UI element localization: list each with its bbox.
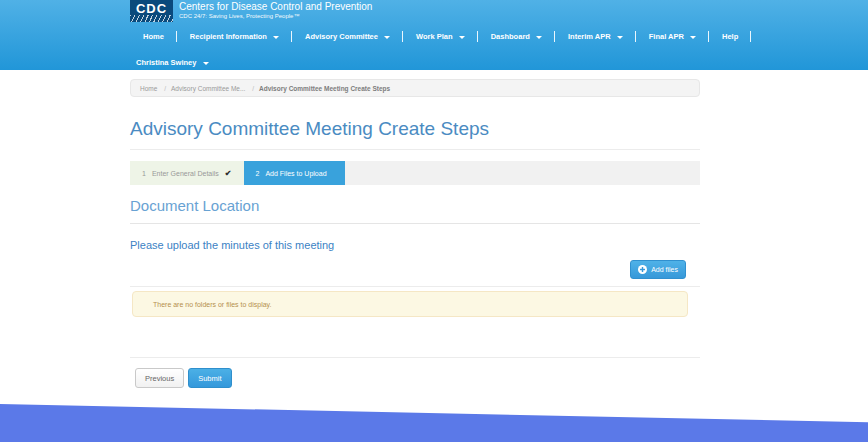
user-menu[interactable]: Christina Swiney	[130, 58, 215, 67]
nav-item[interactable]: Recipient Information	[177, 28, 292, 45]
nav-item[interactable]: Home	[130, 28, 177, 45]
submit-button[interactable]: Submit	[188, 368, 231, 388]
add-files-label: Add files	[651, 266, 678, 273]
divider	[130, 149, 700, 150]
user-menu-label: Christina Swiney	[136, 58, 196, 67]
nav-item[interactable]: Advisory Committee	[292, 28, 403, 45]
step-number: 1	[142, 170, 146, 177]
main-nav: Home Recipient Information Advisory Comm…	[130, 28, 730, 45]
chevron-down-icon	[617, 36, 623, 39]
step-label: Enter General Details	[152, 170, 219, 177]
wizard-steps: 1 Enter General Details ✔ 2 Add Files to…	[130, 161, 700, 185]
divider	[130, 357, 700, 358]
chevron-down-icon	[690, 36, 696, 39]
check-icon: ✔	[225, 169, 232, 178]
chevron-down-icon	[459, 36, 465, 39]
cdc-logo[interactable]: CDC	[130, 0, 173, 22]
empty-files-message: There are no folders or files to display…	[153, 301, 272, 308]
upload-instruction: Please upload the minutes of this meetin…	[130, 239, 700, 251]
wizard-step[interactable]: 1 Enter General Details ✔	[130, 161, 244, 185]
nav-item-label: Dashboard	[491, 32, 530, 41]
breadcrumb-item[interactable]: Advisory Committee Me...	[171, 85, 245, 92]
step-number: 2	[256, 170, 260, 177]
nav-item[interactable]: Dashboard	[478, 28, 555, 45]
breadcrumb-item[interactable]: Advisory Committee Meeting Create Steps	[259, 85, 390, 92]
breadcrumb-separator: /	[252, 85, 254, 92]
site-header: CDC Centers for Disease Control and Prev…	[0, 0, 868, 70]
nav-item[interactable]: Interim APR	[555, 28, 636, 45]
brand: CDC Centers for Disease Control and Prev…	[130, 0, 730, 23]
chevron-down-icon	[536, 36, 542, 39]
nav-item-label: Interim APR	[568, 32, 611, 41]
empty-files-alert: There are no folders or files to display…	[132, 291, 688, 317]
brand-tagline: CDC 24/7: Saving Lives, Protecting Peopl…	[179, 12, 372, 20]
plus-circle-icon	[638, 265, 647, 274]
breadcrumb-separator: /	[164, 85, 166, 92]
chevron-down-icon	[384, 36, 390, 39]
nav-item[interactable]: Help	[709, 28, 751, 45]
section-heading: Document Location	[130, 197, 700, 224]
breadcrumb: Home / Advisory Committee Me... / Adviso…	[130, 79, 700, 97]
nav-item-label: Recipient Information	[190, 32, 267, 41]
nav-item-label: Final APR	[649, 32, 684, 41]
chevron-down-icon	[273, 36, 279, 39]
page-title: Advisory Committee Meeting Create Steps	[130, 118, 700, 140]
nav-item-label: Advisory Committee	[305, 32, 378, 41]
footer-decorative-band	[0, 390, 868, 442]
nav-item-label: Work Plan	[416, 32, 453, 41]
nav-item[interactable]: Work Plan	[403, 28, 478, 45]
chevron-down-icon	[203, 62, 209, 65]
brand-title: Centers for Disease Control and Preventi…	[179, 0, 372, 12]
step-label: Add Files to Upload	[265, 170, 326, 177]
nav-item-label: Help	[722, 32, 738, 41]
divider	[130, 286, 700, 287]
nav-item[interactable]: Final APR	[636, 28, 709, 45]
add-files-button[interactable]: Add files	[630, 260, 686, 279]
previous-button[interactable]: Previous	[135, 368, 184, 388]
main-content: Home / Advisory Committee Me... / Adviso…	[130, 79, 700, 388]
wizard-step[interactable]: 2 Add Files to Upload	[244, 161, 345, 185]
nav-item-label: Home	[143, 32, 164, 41]
breadcrumb-item[interactable]: Home	[140, 85, 157, 92]
